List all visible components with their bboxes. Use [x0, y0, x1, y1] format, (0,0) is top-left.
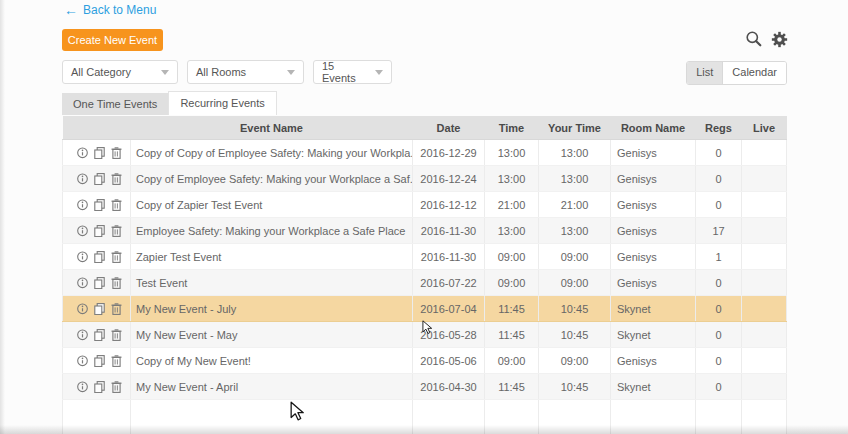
- event-regs-cell: 0: [696, 322, 742, 348]
- table-row[interactable]: Copy of Employee Safety: Making your Wor…: [63, 166, 787, 192]
- delete-event-icon[interactable]: [111, 173, 122, 185]
- tab-one-time-events[interactable]: One Time Events: [62, 93, 168, 115]
- row-actions: [63, 218, 131, 244]
- create-new-event-button[interactable]: Create New Event: [62, 29, 163, 51]
- delete-event-icon[interactable]: [111, 381, 122, 393]
- chevron-down-icon: [375, 70, 383, 75]
- event-name-cell[interactable]: Employee Safety: Making your Workplace a…: [131, 218, 413, 244]
- category-dropdown-value: All Category: [71, 66, 131, 78]
- list-view-button[interactable]: List: [687, 62, 723, 84]
- delete-event-icon[interactable]: [111, 303, 122, 315]
- delete-event-icon[interactable]: [111, 147, 122, 159]
- event-name-cell[interactable]: Copy of Copy of Employee Safety: Making …: [131, 140, 413, 166]
- duplicate-event-icon[interactable]: [94, 251, 105, 263]
- event-name-cell[interactable]: Copy of My New Event!: [131, 348, 413, 374]
- delete-event-icon[interactable]: [111, 329, 122, 341]
- duplicate-event-icon[interactable]: [94, 355, 105, 367]
- event-regs-cell: 1: [696, 244, 742, 270]
- event-name-cell[interactable]: My New Event - April: [131, 374, 413, 400]
- events-count-dropdown[interactable]: 15 Events: [313, 60, 392, 84]
- duplicate-event-icon[interactable]: [94, 303, 105, 315]
- event-room-cell: Genisys: [611, 348, 696, 374]
- event-time-cell: 13:00: [485, 140, 539, 166]
- duplicate-event-icon[interactable]: [94, 173, 105, 185]
- event-name-cell[interactable]: My New Event - July: [131, 296, 413, 322]
- table-row[interactable]: Copy of Copy of Employee Safety: Making …: [63, 140, 787, 166]
- event-info-icon[interactable]: [77, 329, 88, 341]
- event-date-cell: 2016-05-28: [413, 322, 485, 348]
- event-time-cell: 11:45: [485, 296, 539, 322]
- event-regs-cell: 0: [696, 192, 742, 218]
- row-actions: [63, 322, 131, 348]
- event-your-time-cell: 13:00: [539, 218, 611, 244]
- duplicate-event-icon[interactable]: [94, 225, 105, 237]
- event-time-cell: 09:00: [485, 348, 539, 374]
- event-room-cell: Genisys: [611, 270, 696, 296]
- event-name-cell[interactable]: My New Event - May: [131, 322, 413, 348]
- gear-icon[interactable]: [770, 30, 788, 48]
- event-info-icon[interactable]: [77, 199, 88, 211]
- event-regs-cell: 0: [696, 296, 742, 322]
- table-row[interactable]: My New Event - April 2016-04-30 11:45 10…: [63, 374, 787, 400]
- event-your-time-cell: 09:00: [539, 270, 611, 296]
- event-your-time-cell: 10:45: [539, 296, 611, 322]
- events-table: Event Name Date Time Your Time Room Name…: [62, 116, 787, 434]
- duplicate-event-icon[interactable]: [94, 381, 105, 393]
- event-info-icon[interactable]: [77, 303, 88, 315]
- delete-event-icon[interactable]: [111, 355, 122, 367]
- event-date-cell: 2016-04-30: [413, 374, 485, 400]
- row-actions: [63, 140, 131, 166]
- table-row[interactable]: Employee Safety: Making your Workplace a…: [63, 218, 787, 244]
- event-info-icon[interactable]: [77, 277, 88, 289]
- event-live-cell: [742, 348, 787, 374]
- header-regs: Regs: [696, 116, 742, 140]
- event-your-time-cell: 10:45: [539, 322, 611, 348]
- event-room-cell: Skynet: [611, 322, 696, 348]
- event-regs-cell: 0: [696, 348, 742, 374]
- table-empty-row: [63, 400, 787, 434]
- event-date-cell: 2016-12-12: [413, 192, 485, 218]
- table-row[interactable]: Zapier Test Event 2016-11-30 09:00 09:00…: [63, 244, 787, 270]
- event-info-icon[interactable]: [77, 355, 88, 367]
- category-dropdown[interactable]: All Category: [62, 60, 178, 84]
- header-date: Date: [413, 116, 485, 140]
- event-live-cell: [742, 166, 787, 192]
- delete-event-icon[interactable]: [111, 251, 122, 263]
- event-info-icon[interactable]: [77, 251, 88, 263]
- table-row[interactable]: Test Event 2016-07-22 09:00 09:00 Genisy…: [63, 270, 787, 296]
- event-info-icon[interactable]: [77, 225, 88, 237]
- table-row[interactable]: My New Event - May 2016-05-28 11:45 10:4…: [63, 322, 787, 348]
- back-to-menu-link[interactable]: ← Back to Menu: [64, 3, 156, 17]
- delete-event-icon[interactable]: [111, 277, 122, 289]
- event-room-cell: Genisys: [611, 218, 696, 244]
- calendar-view-button[interactable]: Calendar: [723, 62, 786, 84]
- delete-event-icon[interactable]: [111, 199, 122, 211]
- header-your-time: Your Time: [539, 116, 611, 140]
- toolbar-icons: [745, 30, 788, 48]
- duplicate-event-icon[interactable]: [94, 277, 105, 289]
- event-info-icon[interactable]: [77, 381, 88, 393]
- event-regs-cell: 17: [696, 218, 742, 244]
- event-info-icon[interactable]: [77, 147, 88, 159]
- table-row[interactable]: Copy of Zapier Test Event 2016-12-12 21:…: [63, 192, 787, 218]
- event-name-cell[interactable]: Test Event: [131, 270, 413, 296]
- event-name-cell[interactable]: Copy of Zapier Test Event: [131, 192, 413, 218]
- event-info-icon[interactable]: [77, 173, 88, 185]
- row-actions: [63, 374, 131, 400]
- tab-recurring-events[interactable]: Recurring Events: [168, 91, 276, 115]
- search-icon[interactable]: [745, 30, 763, 48]
- event-room-cell: Genisys: [611, 192, 696, 218]
- view-toggle: List Calendar: [686, 61, 787, 85]
- duplicate-event-icon[interactable]: [94, 147, 105, 159]
- event-time-cell: 21:00: [485, 192, 539, 218]
- duplicate-event-icon[interactable]: [94, 329, 105, 341]
- delete-event-icon[interactable]: [111, 225, 122, 237]
- event-live-cell: [742, 322, 787, 348]
- event-name-cell[interactable]: Copy of Employee Safety: Making your Wor…: [131, 166, 413, 192]
- event-your-time-cell: 09:00: [539, 244, 611, 270]
- duplicate-event-icon[interactable]: [94, 199, 105, 211]
- event-name-cell[interactable]: Zapier Test Event: [131, 244, 413, 270]
- rooms-dropdown[interactable]: All Rooms: [187, 60, 304, 84]
- table-row-selected[interactable]: My New Event - July 2016-07-04 11:45 10:…: [63, 296, 787, 322]
- table-row[interactable]: Copy of My New Event! 2016-05-06 09:00 0…: [63, 348, 787, 374]
